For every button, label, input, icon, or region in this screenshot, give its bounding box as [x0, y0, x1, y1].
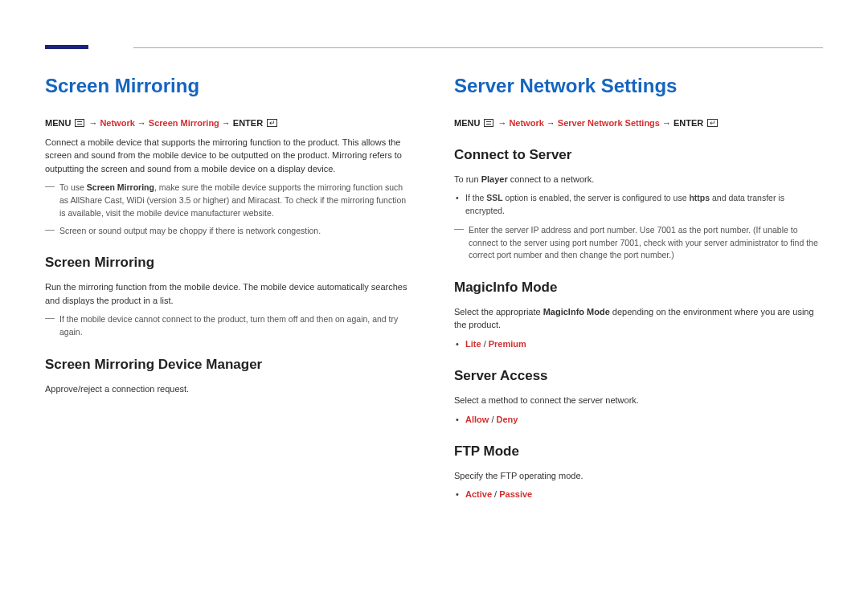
heading-screen-mirroring: Screen Mirroring — [45, 72, 414, 100]
bc-enter-label: ENTER — [674, 117, 703, 129]
opt-allow: Allow — [465, 415, 489, 424]
bc-menu-label: MENU — [454, 117, 480, 129]
connect-server-text: To run Player connect to a network. — [454, 173, 823, 186]
arrow-icon: → — [662, 117, 671, 129]
arrow-icon: → — [222, 117, 231, 129]
bc-server-settings: Server Network Settings — [558, 117, 660, 129]
bold: MagicInfo Mode — [543, 307, 610, 317]
bc-screen-mirroring: Screen Mirroring — [149, 117, 219, 129]
note-seg: To use — [59, 182, 87, 192]
enter-icon — [707, 119, 718, 127]
left-column: Screen Mirroring MENU → Network → Screen… — [45, 72, 414, 505]
breadcrumb-right: MENU → Network → Server Network Settings… — [454, 117, 823, 129]
bold: SSL — [486, 193, 502, 202]
subheading-ftp-mode: FTP Mode — [454, 442, 823, 461]
server-access-text: Select a method to connect the server ne… — [454, 394, 823, 407]
note-text: Enter the server IP address and port num… — [469, 224, 823, 262]
server-access-options: Allow / Deny — [454, 414, 823, 426]
opt-passive: Passive — [499, 489, 532, 499]
opt-deny: Deny — [497, 415, 518, 424]
bc-network: Network — [509, 117, 543, 129]
note-text: If the mobile device cannot connect to t… — [59, 313, 414, 339]
menu-icon — [75, 119, 84, 127]
arrow-icon: → — [137, 117, 146, 129]
ftp-mode-text: Specify the FTP operating mode. — [454, 469, 823, 483]
bc-menu-label: MENU — [45, 117, 71, 129]
note-use-mirroring: To use Screen Mirroring, make sure the m… — [45, 182, 414, 219]
subheading-screen-mirroring: Screen Mirroring — [45, 253, 414, 272]
ssl-bullet: If the SSL option is enabled, the server… — [465, 192, 823, 218]
magicinfo-text: Select the appropriate MagicInfo Mode de… — [454, 305, 823, 332]
dash-icon — [45, 186, 55, 187]
arrow-icon: → — [547, 117, 555, 129]
opt-active: Active — [465, 489, 492, 499]
bc-enter-label: ENTER — [233, 117, 263, 129]
note-retry: If the mobile device cannot connect to t… — [45, 313, 414, 339]
heading-server-network: Server Network Settings — [454, 72, 823, 100]
accent-bar — [45, 45, 88, 49]
slash: / — [491, 415, 493, 424]
subheading-magicinfo: MagicInfo Mode — [454, 278, 823, 297]
top-rule — [133, 47, 823, 48]
dash-icon — [45, 318, 55, 319]
seg: Select the appropriate — [454, 307, 543, 317]
enter-icon — [267, 119, 277, 127]
bold: https — [689, 193, 710, 202]
subheading-server-access: Server Access — [454, 366, 823, 386]
seg: connect to a network. — [508, 174, 595, 184]
content-columns: Screen Mirroring MENU → Network → Screen… — [45, 72, 823, 505]
slash: / — [484, 339, 486, 349]
approve-reject-text: Approve/reject a connection request. — [45, 382, 414, 396]
note-port: Enter the server IP address and port num… — [454, 224, 823, 262]
menu-icon — [484, 119, 493, 127]
right-column: Server Network Settings MENU → Network →… — [454, 72, 823, 505]
subheading-connect-server: Connect to Server — [454, 145, 823, 165]
note-text: Screen or sound output may be choppy if … — [59, 225, 414, 238]
note-bold: Screen Mirroring — [87, 182, 154, 192]
bc-network: Network — [100, 117, 134, 129]
ssl-bullet-list: If the SSL option is enabled, the server… — [454, 192, 823, 218]
note-choppy: Screen or sound output may be choppy if … — [45, 225, 414, 238]
seg: option is enabled, the server is configu… — [503, 193, 690, 202]
magicinfo-options: Lite / Premium — [454, 338, 823, 350]
seg: To run — [454, 174, 481, 184]
dash-icon — [45, 230, 55, 231]
opt-lite: Lite — [465, 339, 481, 349]
run-mirroring-text: Run the mirroring function from the mobi… — [45, 280, 414, 307]
intro-text: Connect a mobile device that supports th… — [45, 136, 414, 176]
note-text: To use Screen Mirroring, make sure the m… — [59, 182, 414, 219]
arrow-icon: → — [497, 117, 506, 129]
seg: If the — [465, 193, 486, 202]
opt-premium: Premium — [489, 339, 526, 349]
slash: / — [494, 489, 497, 499]
dash-icon — [454, 229, 464, 230]
arrow-icon: → — [88, 117, 97, 129]
ftp-mode-options: Active / Passive — [454, 488, 823, 501]
subheading-device-manager: Screen Mirroring Device Manager — [45, 355, 414, 374]
breadcrumb-left: MENU → Network → Screen Mirroring → ENTE… — [45, 117, 414, 129]
bold: Player — [481, 174, 508, 184]
